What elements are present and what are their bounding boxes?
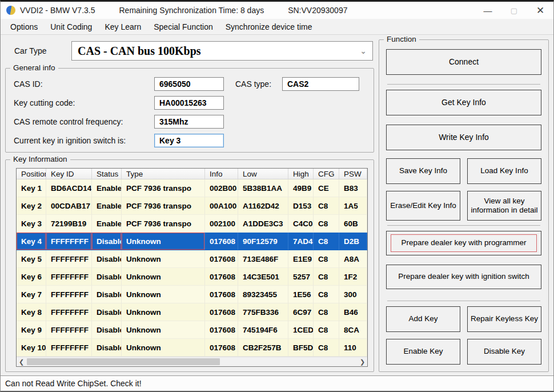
table-row[interactable]: Key 10 FFFFFFFF Disable Unknown 017608 C… [17,339,367,357]
menu-synchronize-device-time[interactable]: Synchronize device time [219,20,319,34]
cas-type-label: CAS type: [235,79,282,89]
view-all-key-info-button[interactable]: View all key information in detail [467,191,541,221]
cell-status: Disable [92,339,122,357]
table-row[interactable]: Key 2 00CDAB17 Enable PCF 7936 transpo 0… [17,197,367,215]
table-row[interactable]: Key 4 FFFFFFFF Disable Unknown 017608 90… [17,233,367,250]
enable-key-button[interactable]: Enable Key [386,339,460,365]
cell-key-id: 00CDAB17 [46,197,92,215]
cell-position: Key 6 [17,268,46,286]
add-key-button[interactable]: Add Key [386,306,460,332]
table-row[interactable]: Key 6 FFFFFFFF Disable Unknown 017608 14… [17,268,367,286]
cell-psw: 300 [339,286,367,303]
cell-cfg: C8 [314,268,339,286]
scrollbar-thumb[interactable] [27,358,220,365]
function-title: Function [384,35,419,43]
cell-type: PCF 7936 transpo [122,179,205,197]
cell-psw: 1A5 [339,197,367,215]
menu-special-function[interactable]: Special Function [147,20,219,34]
cell-info: 017608 [205,268,238,286]
cell-position: Key 5 [17,250,46,268]
cell-high: E1E9 [288,250,314,268]
prepare-dealer-key-programmer-button[interactable]: Prepare dealer key with programmer [386,231,541,255]
close-button[interactable]: ✕ [527,2,553,19]
connect-button[interactable]: Connect [386,49,541,75]
table-row[interactable]: Key 9 FFFFFFFF Disable Unknown 017608 74… [17,321,367,339]
horizontal-scrollbar[interactable]: ❮ ❯ [17,357,367,366]
menu-unit-coding[interactable]: Unit Coding [44,20,98,34]
cell-psw: B46 [339,303,367,321]
scroll-right-icon[interactable]: ❯ [358,357,367,367]
col-type[interactable]: Type [122,169,205,179]
cell-low: A1DDE3C3 [238,215,288,233]
table-row[interactable]: Key 8 FFFFFFFF Disable Unknown 017608 77… [17,303,367,321]
cell-key-id: 72199B19 [46,215,92,233]
window-title: VVDI2 - BMW V7.3.5 [20,6,95,15]
col-status[interactable]: Status [92,169,122,179]
key-table-header: Position Key ID Status Type Info Low Hig… [17,169,367,179]
cell-position: Key 1 [17,179,46,197]
cell-position: Key 9 [17,321,46,339]
cell-status: Disable [92,268,122,286]
write-key-info-button[interactable]: Write Key Info [386,125,541,150]
cell-low: A1162D42 [238,197,288,215]
key-information-group: Key Information Position Key ID Status T… [5,159,374,372]
divider [387,301,540,301]
col-position[interactable]: Position [17,169,46,179]
col-key-id[interactable]: Key ID [46,169,92,179]
key-table-body: Key 1 BD6ACD14 Enable PCF 7936 transpo 0… [17,179,367,357]
ignition-key-field[interactable]: Key 3 [154,134,224,147]
cell-info: 017608 [205,339,238,357]
menu-options[interactable]: Options [4,20,44,34]
erase-edit-key-info-button[interactable]: Erase/Edit Key Info [386,191,460,221]
remote-frequency-field[interactable]: 315Mhz [154,115,224,129]
car-type-select[interactable]: CAS - CAN bus 100Kbps ⌄ [71,41,373,61]
repair-keyless-key-button[interactable]: Repair Keyless Key [467,306,541,332]
disable-key-button[interactable]: Disable Key [467,339,541,365]
status-text: Can not Read Write ChipSet. Check it! [5,379,142,388]
table-row[interactable]: Key 7 FFFFFFFF Disable Unknown 017608 89… [17,286,367,303]
col-psw[interactable]: PSW [339,169,367,179]
cell-cfg: C8 [314,286,339,303]
cell-low: 775FB336 [238,303,288,321]
cell-status: Disable [92,233,122,250]
cell-psw: 1F2 [339,268,367,286]
save-key-info-button[interactable]: Save Key Info [386,158,460,184]
cell-cfg: C8 [314,215,339,233]
table-row[interactable]: Key 3 72199B19 Enable PCF 7936 transpo 0… [17,215,367,233]
col-high[interactable]: High [288,169,314,179]
car-type-label: Car Type [14,46,71,55]
cell-psw: 110 [339,339,367,357]
cas-id-field[interactable]: 6965050 [154,77,224,91]
chevron-down-icon[interactable]: ⌄ [360,46,367,55]
cell-key-id: BD6ACD14 [46,179,92,197]
get-key-info-button[interactable]: Get Key Info [386,90,541,115]
cell-key-id: FFFFFFFF [46,233,92,250]
maximize-button[interactable]: ▢ [501,2,527,19]
remote-frequency-label: CAS remote control frequency: [11,117,154,126]
prepare-dealer-key-ignition-button[interactable]: Prepare dealer key with ignition switch [386,265,541,289]
red-highlight-box: Prepare dealer key with programmer [391,234,536,251]
scroll-left-icon[interactable]: ❮ [17,357,26,367]
cell-status: Disable [92,321,122,339]
cell-key-id: FFFFFFFF [46,286,92,303]
table-row[interactable]: Key 1 BD6ACD14 Enable PCF 7936 transpo 0… [17,179,367,197]
key-cutting-code-field[interactable]: HA00015263 [154,96,224,110]
col-low[interactable]: Low [238,169,288,179]
load-key-info-button[interactable]: Load Key Info [467,158,541,184]
app-icon [6,6,15,15]
cell-info: 00A100 [205,197,238,215]
cell-low: 89323455 [238,286,288,303]
cell-position: Key 3 [17,215,46,233]
cas-type-field[interactable]: CAS2 [282,77,359,91]
col-cfg[interactable]: CFG [314,169,339,179]
menu-key-learn[interactable]: Key Learn [98,20,147,34]
cell-cfg: CE [314,179,339,197]
table-row[interactable]: Key 5 FFFFFFFF Disable Unknown 017608 71… [17,250,367,268]
col-info[interactable]: Info [205,169,238,179]
cell-high: C4C0 [288,215,314,233]
minimize-button[interactable]: — [475,2,501,19]
car-type-row: Car Type CAS - CAN bus 100Kbps ⌄ [5,38,374,63]
window-controls: — ▢ ✕ [475,2,553,19]
general-info-group: General info CAS ID: 6965050 CAS type: C… [5,68,374,153]
divider [387,225,540,226]
